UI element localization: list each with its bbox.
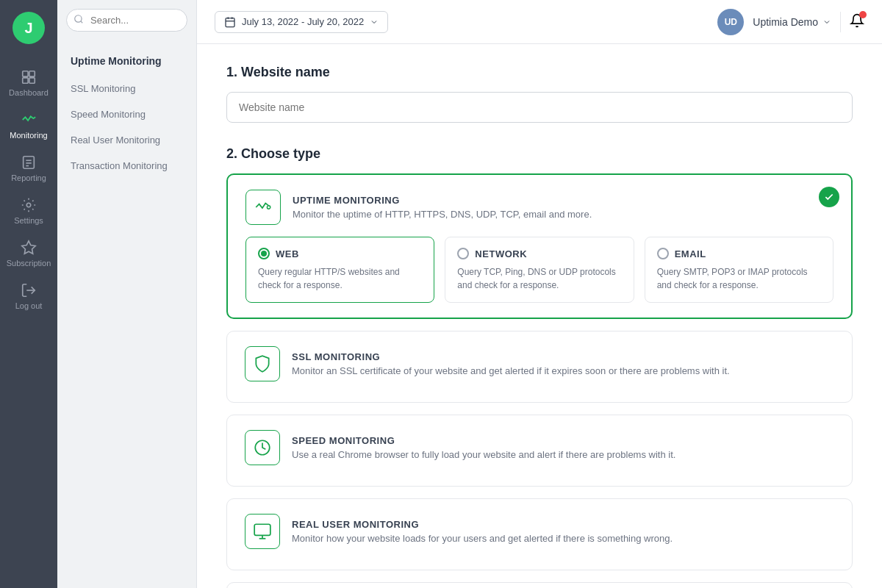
user-menu[interactable]: Uptimia Demo	[753, 16, 831, 28]
uptime-monitoring-card[interactable]: UPTIME MONITORING Monitor the uptime of …	[226, 173, 853, 319]
email-card-header: EMAIL	[657, 248, 821, 259]
sub-sidebar-item-speed[interactable]: Speed Monitoring	[57, 101, 196, 127]
svg-rect-3	[29, 78, 35, 83]
network-card-header: NETWORK	[457, 248, 621, 259]
email-desc: Query SMTP, POP3 or IMAP protocols and c…	[657, 265, 821, 292]
network-radio	[457, 248, 469, 259]
search-input[interactable]	[66, 9, 187, 32]
ssl-monitoring-card[interactable]: SSL MONITORING Monitor an SSL certificat…	[226, 331, 853, 403]
web-radio	[258, 248, 270, 259]
web-title: WEB	[276, 248, 299, 259]
search-wrapper	[57, 0, 196, 40]
svg-point-8	[26, 203, 31, 207]
sidebar-item-subscription-label: Subscription	[7, 259, 51, 268]
sub-sidebar-item-rum[interactable]: Real User Monitoring	[57, 127, 196, 153]
sub-sidebar-header: Uptime Monitoring	[57, 40, 196, 76]
sidebar-item-monitoring[interactable]: Monitoring	[0, 104, 57, 147]
speed-desc: Use a real Chrome browser to fully load …	[292, 449, 834, 460]
uptime-desc: Monitor the uptime of HTTP, HTTPS, DNS, …	[293, 209, 833, 220]
email-title: EMAIL	[675, 248, 706, 259]
uptime-card-header: UPTIME MONITORING Monitor the uptime of …	[245, 190, 833, 225]
svg-rect-0	[23, 71, 28, 76]
main-content: July 13, 2022 - July 20, 2022 UD Uptimia…	[197, 0, 882, 588]
web-desc: Query regular HTTP/S websites and check …	[258, 265, 422, 292]
sidebar-item-dashboard[interactable]: Dashboard	[0, 62, 57, 104]
speed-card-header: SPEED MONITORING Use a real Chrome brows…	[245, 430, 834, 465]
svg-rect-12	[226, 18, 234, 26]
sidebar-item-subscription[interactable]: Subscription	[0, 232, 57, 275]
sidebar-item-logout-label: Log out	[15, 301, 43, 310]
ssl-title: SSL MONITORING	[292, 351, 834, 362]
uptime-title: UPTIME MONITORING	[293, 195, 833, 206]
speed-icon	[245, 430, 280, 465]
topbar: July 13, 2022 - July 20, 2022 UD Uptimia…	[197, 0, 882, 44]
sub-sidebar-item-transaction[interactable]: Transaction Monitoring	[57, 153, 196, 179]
date-range-picker[interactable]: July 13, 2022 - July 20, 2022	[215, 11, 388, 33]
rum-title: REAL USER MONITORING	[292, 519, 834, 530]
sidebar-item-settings-label: Settings	[14, 216, 43, 225]
web-card-header: WEB	[258, 248, 422, 259]
avatar: UD	[717, 9, 744, 35]
transaction-monitoring-card[interactable]: TRANSACTION MONITORING Multi-step monito…	[226, 582, 853, 588]
speed-title-area: SPEED MONITORING Use a real Chrome brows…	[292, 435, 834, 460]
web-sub-card[interactable]: WEB Query regular HTTP/S websites and ch…	[245, 237, 434, 303]
sub-sidebar: Uptime Monitoring SSL Monitoring Speed M…	[57, 0, 197, 588]
network-sub-card[interactable]: NETWORK Query TCP, Ping, DNS or UDP prot…	[445, 237, 634, 303]
website-name-input[interactable]	[226, 92, 853, 123]
notification-badge	[859, 11, 867, 18]
rum-title-area: REAL USER MONITORING Monitor how your we…	[292, 519, 834, 544]
notification-bell[interactable]	[850, 13, 864, 31]
ssl-icon	[245, 346, 280, 381]
email-sub-card[interactable]: EMAIL Query SMTP, POP3 or IMAP protocols…	[645, 237, 833, 303]
app-logo[interactable]: J	[12, 12, 45, 44]
main-sidebar: J Dashboard Monitoring Reporting	[0, 0, 57, 588]
sidebar-item-monitoring-label: Monitoring	[10, 131, 47, 140]
calendar-icon	[224, 16, 236, 28]
svg-rect-2	[23, 78, 28, 83]
rum-icon	[245, 514, 280, 549]
svg-rect-18	[254, 524, 270, 535]
chevron-down-icon	[370, 18, 379, 26]
date-range-text: July 13, 2022 - July 20, 2022	[242, 16, 364, 27]
sub-sidebar-item-ssl[interactable]: SSL Monitoring	[57, 76, 196, 101]
uptime-icon	[245, 190, 281, 225]
topbar-divider	[840, 12, 841, 32]
sidebar-item-logout[interactable]: Log out	[0, 275, 57, 318]
sidebar-item-settings[interactable]: Settings	[0, 190, 57, 232]
svg-point-10	[75, 15, 82, 21]
content-area: 1. Website name 2. Choose type UPTIME M	[197, 44, 882, 588]
svg-line-11	[81, 21, 83, 23]
step2-title: 2. Choose type	[226, 146, 853, 162]
network-desc: Query TCP, Ping, DNS or UDP protocols an…	[457, 265, 621, 292]
rum-desc: Monitor how your website loads for your …	[292, 533, 834, 544]
network-title: NETWORK	[475, 248, 527, 259]
ssl-card-header: SSL MONITORING Monitor an SSL certificat…	[245, 346, 834, 381]
sidebar-item-dashboard-label: Dashboard	[9, 88, 49, 97]
user-chevron-icon	[822, 18, 831, 26]
rum-monitoring-card[interactable]: REAL USER MONITORING Monitor how your we…	[226, 498, 853, 570]
uptime-sub-cards: WEB Query regular HTTP/S websites and ch…	[245, 237, 833, 303]
step1-title: 1. Website name	[226, 65, 853, 80]
speed-title: SPEED MONITORING	[292, 435, 834, 446]
rum-card-header: REAL USER MONITORING Monitor how your we…	[245, 514, 834, 549]
topbar-right: UD Uptimia Demo	[717, 9, 864, 35]
svg-point-16	[267, 206, 270, 209]
user-name: Uptimia Demo	[753, 16, 818, 28]
svg-rect-1	[29, 71, 35, 76]
check-icon	[824, 192, 834, 202]
uptime-title-area: UPTIME MONITORING Monitor the uptime of …	[293, 195, 833, 220]
svg-rect-4	[24, 157, 35, 169]
email-radio	[657, 248, 669, 259]
ssl-title-area: SSL MONITORING Monitor an SSL certificat…	[292, 351, 834, 376]
speed-monitoring-card[interactable]: SPEED MONITORING Use a real Chrome brows…	[226, 415, 853, 487]
ssl-desc: Monitor an SSL certificate of your websi…	[292, 365, 834, 376]
sidebar-item-reporting-label: Reporting	[11, 173, 46, 182]
search-icon	[74, 14, 84, 27]
sidebar-item-reporting[interactable]: Reporting	[0, 147, 57, 190]
selected-check	[819, 187, 839, 207]
